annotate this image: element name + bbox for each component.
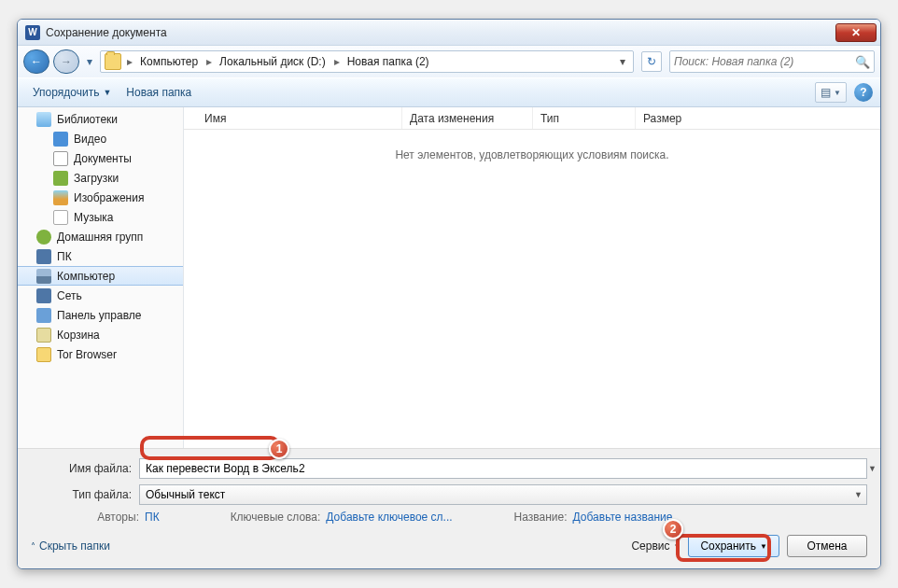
cancel-button[interactable]: Отмена xyxy=(787,535,867,557)
home-icon xyxy=(36,230,51,245)
nav-history-dropdown[interactable]: ▾ xyxy=(83,49,96,74)
sidebar-item-label: Изображения xyxy=(74,191,144,204)
help-icon: ? xyxy=(860,86,866,99)
sidebar-item-label: Загрузки xyxy=(74,172,119,185)
sidebar-item-tor-browser[interactable]: Tor Browser xyxy=(18,344,183,364)
sidebar-item-label: Tor Browser xyxy=(57,348,117,361)
close-icon: ✕ xyxy=(851,26,861,39)
folder-icon xyxy=(36,347,51,362)
help-button[interactable]: ? xyxy=(854,83,873,102)
sidebar-item-label: Домашняя групп xyxy=(57,231,143,244)
col-name[interactable]: Имя xyxy=(197,107,402,129)
refresh-icon: ↻ xyxy=(647,55,656,68)
sidebar-item-label: Панель управле xyxy=(57,309,141,322)
file-list-pane: Имя Дата изменения Тип Размер Нет элемен… xyxy=(184,107,880,448)
breadcrumb-sep: ▸ xyxy=(125,55,134,68)
toolbar: Упорядочить▼ Новая папка ▤▼ ? xyxy=(18,77,880,107)
chevron-down-icon: ▼ xyxy=(103,88,111,97)
close-button[interactable]: ✕ xyxy=(835,23,877,42)
net-icon xyxy=(36,288,51,303)
filetype-label: Тип файла: xyxy=(31,488,139,501)
navigation-bar: ← → ▾ ▸ Компьютер ▸ Локальный диск (D:) … xyxy=(18,46,880,77)
folder-icon xyxy=(105,53,121,70)
breadcrumb-drive[interactable]: Локальный диск (D:) xyxy=(214,51,332,72)
comp-icon xyxy=(36,269,51,284)
filename-input[interactable]: Как перевести Ворд в Эксель2▼ xyxy=(139,458,867,479)
chevron-up-icon: ˄ xyxy=(31,541,35,552)
search-input[interactable] xyxy=(674,55,855,68)
authors-value[interactable]: ПК xyxy=(145,511,160,524)
breadcrumb-dropdown[interactable]: ▾ xyxy=(614,55,631,68)
sidebar-item-корзина[interactable]: Корзина xyxy=(18,325,183,344)
sidebar-item-label: Корзина xyxy=(57,329,100,342)
col-date[interactable]: Дата изменения xyxy=(402,107,533,129)
trash-icon xyxy=(36,328,51,343)
video-icon xyxy=(53,132,68,147)
sidebar-item-видео[interactable]: Видео xyxy=(18,129,183,148)
cpl-icon xyxy=(36,308,51,323)
view-list-icon: ▤ xyxy=(821,86,831,99)
sidebar-item-label: Видео xyxy=(74,133,106,146)
titlebar: W Сохранение документа ✕ xyxy=(18,20,880,46)
sidebar: БиблиотекиВидеоДокументыЗагрузкиИзображе… xyxy=(18,107,184,448)
sidebar-item-изображения[interactable]: Изображения xyxy=(18,188,183,207)
annotation-badge-1: 1 xyxy=(269,439,289,459)
authors-label: Авторы: xyxy=(97,511,139,524)
breadcrumb[interactable]: ▸ Компьютер ▸ Локальный диск (D:) ▸ Нова… xyxy=(100,50,634,73)
sidebar-item-label: Музыка xyxy=(74,211,113,224)
sidebar-item-label: ПК xyxy=(57,250,72,263)
forward-icon: → xyxy=(61,55,72,68)
sidebar-item-компьютер[interactable]: Компьютер xyxy=(18,266,183,286)
refresh-button[interactable]: ↻ xyxy=(641,51,662,72)
view-mode-button[interactable]: ▤▼ xyxy=(815,82,847,103)
search-box[interactable]: 🔍 xyxy=(669,50,875,73)
sidebar-item-label: Документы xyxy=(74,152,132,165)
sidebar-item-label: Компьютер xyxy=(57,270,115,283)
doc-title-value[interactable]: Добавьте название xyxy=(573,511,673,524)
sidebar-item-панель-управле[interactable]: Панель управле xyxy=(18,305,183,325)
empty-state-text: Нет элементов, удовлетворяющих условиям … xyxy=(184,130,880,448)
back-icon: ← xyxy=(31,55,42,68)
doc-title-label: Название: xyxy=(514,511,568,524)
service-menu[interactable]: Сервис▼ xyxy=(631,539,681,553)
back-button[interactable]: ← xyxy=(23,49,49,74)
chevron-down-icon: ▾ xyxy=(87,55,92,68)
forward-button[interactable]: → xyxy=(53,49,79,74)
col-type[interactable]: Тип xyxy=(533,107,636,129)
search-icon: 🔍 xyxy=(855,55,870,69)
keywords-label: Ключевые слова: xyxy=(231,511,321,524)
pc-icon xyxy=(36,249,51,264)
sidebar-item-документы[interactable]: Документы xyxy=(18,148,183,168)
col-size[interactable]: Размер xyxy=(636,107,720,129)
sidebar-item-домашняя-групп[interactable]: Домашняя групп xyxy=(18,227,183,246)
keywords-value[interactable]: Добавьте ключевое сл... xyxy=(326,511,452,524)
annotation-badge-2: 2 xyxy=(663,519,683,539)
hide-folders-button[interactable]: ˄ Скрыть папки xyxy=(31,539,110,553)
save-dialog: W Сохранение документа ✕ ← → ▾ ▸ Компьют… xyxy=(17,19,881,569)
word-app-icon: W xyxy=(25,25,40,40)
breadcrumb-computer[interactable]: Компьютер xyxy=(134,51,204,72)
music-icon xyxy=(53,210,68,225)
save-button[interactable]: Сохранить▼ xyxy=(688,535,779,557)
down-icon xyxy=(53,171,68,186)
sidebar-item-label: Сеть xyxy=(57,289,82,302)
sidebar-item-музыка[interactable]: Музыка xyxy=(18,207,183,227)
organize-button[interactable]: Упорядочить▼ xyxy=(25,82,119,103)
column-headers: Имя Дата изменения Тип Размер xyxy=(184,107,880,130)
sidebar-item-загрузки[interactable]: Загрузки xyxy=(18,168,183,188)
sidebar-item-библиотеки[interactable]: Библиотеки xyxy=(18,109,183,129)
breadcrumb-folder[interactable]: Новая папка (2) xyxy=(342,51,436,72)
img-icon xyxy=(53,190,68,205)
new-folder-button[interactable]: Новая папка xyxy=(119,82,199,103)
sidebar-item-сеть[interactable]: Сеть xyxy=(18,286,183,305)
lib-icon xyxy=(36,112,51,127)
filename-label: Имя файла: xyxy=(31,462,139,475)
filetype-combo[interactable]: Обычный текст▼ xyxy=(139,484,867,505)
sidebar-item-label: Библиотеки xyxy=(57,113,118,126)
window-title: Сохранение документа xyxy=(46,26,167,39)
sidebar-item-пк[interactable]: ПК xyxy=(18,246,183,266)
doc-icon xyxy=(53,151,68,166)
footer: Имя файла: Как перевести Ворд в Эксель2▼… xyxy=(18,448,880,568)
